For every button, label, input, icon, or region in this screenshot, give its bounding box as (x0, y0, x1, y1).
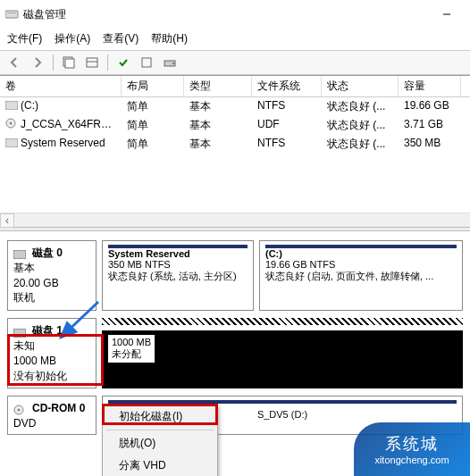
disk-1-state: 没有初始化 (13, 369, 90, 384)
scroll-left-button[interactable]: ‹ (0, 213, 14, 228)
cdrom-title: CD-ROM 0 (32, 401, 85, 416)
disk-0-state: 联机 (13, 290, 90, 305)
disk-0-size: 20.00 GB (13, 276, 90, 291)
disk-0-row: 磁盘 0 基本 20.00 GB 联机 System Reserved 350 … (7, 240, 463, 311)
svg-point-12 (10, 122, 13, 125)
hscroll[interactable]: ‹ (0, 213, 470, 227)
svg-rect-7 (142, 58, 151, 67)
forward-button[interactable] (27, 53, 48, 72)
disk-1-size: 1000 MB (13, 354, 90, 369)
disk-1-info[interactable]: 磁盘 1 未知 1000 MB 没有初始化 (7, 318, 97, 388)
refresh-icon[interactable] (58, 53, 80, 72)
svg-rect-4 (65, 59, 74, 68)
back-button[interactable] (4, 53, 25, 72)
disk-0-type: 基本 (13, 261, 90, 276)
col-volume[interactable]: 卷 (0, 76, 122, 96)
volume-list: 卷 布局 类型 文件系统 状态 容量 (C:)简单基本NTFS状态良好 (...… (0, 75, 470, 227)
cdrom-info[interactable]: CD-ROM 0 DVD (7, 396, 97, 435)
col-fs[interactable]: 文件系统 (252, 76, 322, 96)
volume-icon (5, 100, 18, 109)
toolbar (0, 50, 470, 75)
title-bar: 磁盘管理 (0, 0, 470, 29)
menu-view[interactable]: 查看(V) (103, 31, 138, 46)
table-row[interactable]: (C:)简单基本NTFS状态良好 (...19.66 GB (0, 97, 470, 116)
svg-rect-1 (7, 13, 16, 13)
svg-rect-14 (13, 250, 26, 259)
table-row[interactable]: System Reserved简单基本NTFS状态良好 (...350 MB (0, 135, 470, 154)
svg-rect-13 (5, 138, 18, 147)
disk-icon (13, 248, 26, 257)
menu-detach-vhd[interactable]: 分离 VHD (103, 455, 217, 476)
col-capacity[interactable]: 容量 (399, 76, 461, 96)
menu-offline[interactable]: 脱机(O) (103, 432, 217, 455)
toolbar-icon-2[interactable] (81, 53, 103, 72)
disk-map: 磁盘 0 基本 20.00 GB 联机 System Reserved 350 … (0, 231, 470, 435)
svg-rect-15 (13, 329, 26, 338)
watermark: 系统城 xitongcheng.com (354, 422, 470, 476)
menu-file[interactable]: 文件(F) (7, 31, 42, 46)
toolbar-icon-5[interactable] (159, 53, 180, 72)
volume-icon (5, 118, 18, 127)
menu-action[interactable]: 操作(A) (55, 31, 90, 46)
svg-point-17 (18, 408, 21, 411)
svg-point-9 (172, 63, 174, 64)
svg-rect-0 (5, 11, 18, 18)
partition-system-reserved[interactable]: System Reserved 350 MB NTFS 状态良好 (系统, 活动… (102, 240, 254, 311)
menu-help[interactable]: 帮助(H) (151, 31, 188, 46)
disk-0-info[interactable]: 磁盘 0 基本 20.00 GB 联机 (7, 240, 97, 311)
table-row[interactable]: J_CCSA_X64FRE_...简单基本UDF状态良好 (...3.71 GB (0, 116, 470, 135)
disk-0-title: 磁盘 0 (32, 246, 63, 261)
toolbar-icon-3[interactable] (113, 53, 134, 72)
disk-1-hatch (102, 318, 463, 325)
window-title: 磁盘管理 (23, 7, 66, 22)
minimize-button[interactable] (429, 4, 465, 25)
svg-rect-10 (5, 101, 18, 110)
svg-rect-5 (87, 58, 97, 67)
app-icon (5, 8, 20, 21)
disk-1-title: 磁盘 1 (32, 323, 63, 338)
volume-list-header: 卷 布局 类型 文件系统 状态 容量 (0, 76, 470, 97)
volume-icon (5, 138, 18, 146)
context-menu: 初始化磁盘(I) 脱机(O) 分离 VHD (102, 405, 218, 476)
disk-1-type: 未知 (13, 338, 90, 354)
disk-icon (13, 327, 26, 336)
menu-initialize-disk[interactable]: 初始化磁盘(I) (103, 405, 217, 428)
cdrom-type: DVD (13, 416, 90, 431)
menu-bar: 文件(F) 操作(A) 查看(V) 帮助(H) (0, 29, 470, 50)
col-status[interactable]: 状态 (322, 76, 399, 96)
col-layout[interactable]: 布局 (122, 76, 184, 96)
cd-icon (13, 405, 26, 413)
partition-unallocated[interactable]: 1000 MB未分配 (102, 330, 463, 388)
disk-1-row: 磁盘 1 未知 1000 MB 没有初始化 1000 MB未分配 (7, 318, 463, 388)
partition-c[interactable]: (C:) 19.66 GB NTFS 状态良好 (启动, 页面文件, 故障转储,… (259, 240, 463, 311)
col-type[interactable]: 类型 (184, 76, 252, 96)
toolbar-icon-4[interactable] (136, 53, 157, 72)
